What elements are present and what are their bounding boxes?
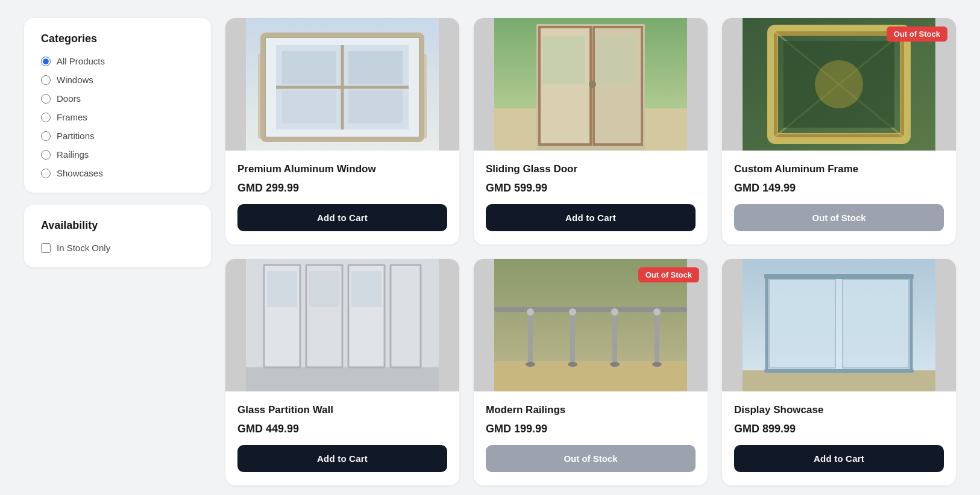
availability-panel: Availability In Stock Only	[24, 205, 211, 267]
product-card-1: Premium Aluminum WindowGMD 299.99Add to …	[225, 18, 459, 244]
categories-list: All ProductsWindowsDoorsFramesPartitions…	[41, 56, 194, 178]
svg-rect-7	[282, 51, 336, 84]
category-label-doors: Doors	[57, 93, 81, 104]
svg-point-49	[652, 362, 662, 367]
svg-rect-54	[843, 279, 909, 368]
category-label-frames: Frames	[57, 112, 87, 122]
product-name-2: Sliding Glass Door	[486, 163, 696, 176]
category-item-all[interactable]: All Products	[41, 56, 194, 66]
product-price-1: GMD 299.99	[237, 182, 447, 195]
svg-point-47	[568, 362, 577, 367]
category-radio-all[interactable]	[41, 57, 51, 66]
svg-rect-27	[246, 367, 439, 391]
product-image-5: Out of Stock	[474, 259, 708, 391]
category-label-windows: Windows	[57, 75, 93, 85]
svg-point-43	[569, 308, 576, 316]
svg-point-42	[527, 308, 534, 316]
add-to-cart-button-6[interactable]: Add to Cart	[734, 445, 944, 472]
product-name-6: Display Showcase	[734, 403, 944, 417]
category-item-showcases[interactable]: Showcases	[41, 168, 194, 178]
svg-rect-18	[597, 36, 636, 84]
product-card-5: Out of StockModern RailingsGMD 199.99Out…	[474, 259, 708, 485]
category-radio-showcases[interactable]	[41, 169, 51, 178]
product-area: Premium Aluminum WindowGMD 299.99Add to …	[225, 18, 956, 485]
category-radio-doors[interactable]	[41, 94, 51, 104]
svg-rect-9	[282, 90, 336, 123]
product-card-2: Sliding Glass DoorGMD 599.99Add to Cart	[474, 18, 708, 244]
out-of-stock-badge-3: Out of Stock	[887, 26, 947, 42]
category-item-railings[interactable]: Railings	[41, 149, 194, 160]
add-to-cart-button-2[interactable]: Add to Cart	[486, 204, 696, 231]
product-info-3: Custom Aluminum FrameGMD 149.99Out of St…	[722, 151, 956, 244]
category-radio-railings[interactable]	[41, 150, 51, 160]
categories-heading: Categories	[41, 33, 194, 45]
product-name-1: Premium Aluminum Window	[237, 163, 447, 176]
out-of-stock-button-3: Out of Stock	[734, 204, 944, 231]
svg-rect-10	[348, 90, 403, 123]
svg-rect-8	[348, 51, 403, 84]
product-image-3: Out of Stock	[722, 18, 956, 151]
product-price-5: GMD 199.99	[486, 423, 696, 435]
svg-rect-17	[542, 36, 585, 84]
svg-point-48	[610, 362, 620, 367]
product-card-3: Out of StockCustom Aluminum FrameGMD 149…	[722, 18, 956, 244]
category-label-railings: Railings	[57, 149, 89, 160]
product-name-3: Custom Aluminum Frame	[734, 163, 944, 176]
svg-rect-53	[769, 279, 835, 368]
svg-rect-51	[743, 370, 935, 391]
category-item-partitions[interactable]: Partitions	[41, 131, 194, 141]
categories-panel: Categories All ProductsWindowsDoorsFrame…	[24, 18, 211, 193]
svg-point-44	[611, 308, 618, 316]
svg-rect-32	[267, 271, 297, 307]
product-price-6: GMD 899.99	[734, 423, 944, 435]
product-image-6	[722, 259, 956, 391]
product-info-4: Glass Partition WallGMD 449.99Add to Car…	[225, 391, 459, 485]
category-item-frames[interactable]: Frames	[41, 112, 194, 122]
product-name-4: Glass Partition Wall	[237, 403, 447, 417]
svg-rect-58	[764, 369, 914, 373]
category-item-doors[interactable]: Doors	[41, 93, 194, 104]
availability-heading: Availability	[41, 219, 194, 232]
category-item-windows[interactable]: Windows	[41, 75, 194, 85]
product-price-3: GMD 149.99	[734, 182, 944, 195]
category-radio-frames[interactable]	[41, 113, 51, 122]
out-of-stock-badge-5: Out of Stock	[638, 267, 699, 282]
product-price-4: GMD 449.99	[237, 423, 447, 435]
add-to-cart-button-4[interactable]: Add to Cart	[237, 445, 447, 472]
product-image-2	[474, 18, 708, 151]
category-label-partitions: Partitions	[57, 131, 95, 141]
product-image-4	[225, 259, 459, 391]
product-card-6: Display ShowcaseGMD 899.99Add to Cart	[722, 259, 956, 485]
svg-point-16	[589, 81, 596, 88]
product-price-2: GMD 599.99	[486, 182, 696, 195]
product-info-5: Modern RailingsGMD 199.99Out of Stock	[474, 391, 708, 485]
svg-point-46	[526, 362, 535, 367]
sidebar: Categories All ProductsWindowsDoorsFrame…	[24, 18, 211, 485]
product-card-4: Glass Partition WallGMD 449.99Add to Car…	[225, 259, 459, 485]
svg-point-45	[653, 308, 661, 316]
in-stock-checkbox[interactable]	[41, 243, 51, 253]
product-info-6: Display ShowcaseGMD 899.99Add to Cart	[722, 391, 956, 485]
svg-rect-34	[351, 271, 382, 307]
page-layout: Categories All ProductsWindowsDoorsFrame…	[0, 0, 980, 495]
svg-rect-31	[391, 265, 421, 367]
add-to-cart-button-1[interactable]: Add to Cart	[237, 204, 447, 231]
out-of-stock-button-5: Out of Stock	[486, 445, 696, 472]
product-info-1: Premium Aluminum WindowGMD 299.99Add to …	[225, 151, 459, 244]
category-radio-partitions[interactable]	[41, 131, 51, 141]
in-stock-filter[interactable]: In Stock Only	[41, 243, 194, 253]
category-radio-windows[interactable]	[41, 75, 51, 85]
category-label-all: All Products	[57, 56, 105, 66]
svg-rect-57	[764, 274, 914, 279]
product-grid: Premium Aluminum WindowGMD 299.99Add to …	[225, 18, 956, 485]
category-label-showcases: Showcases	[57, 168, 103, 178]
product-info-2: Sliding Glass DoorGMD 599.99Add to Cart	[474, 151, 708, 244]
product-name-5: Modern Railings	[486, 403, 696, 417]
svg-point-25	[815, 60, 863, 108]
svg-rect-33	[309, 271, 339, 307]
in-stock-label: In Stock Only	[57, 243, 110, 253]
product-image-1	[225, 18, 459, 151]
